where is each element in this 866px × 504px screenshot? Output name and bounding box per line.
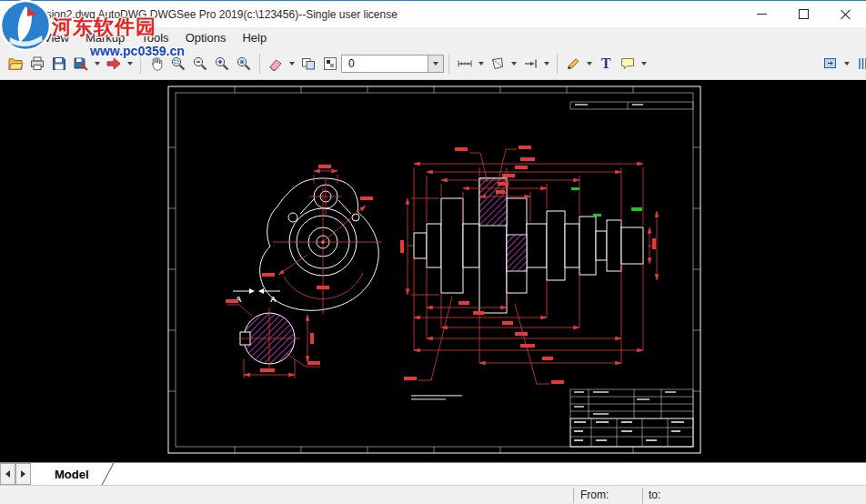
drawing-canvas[interactable]: A A (0, 80, 866, 462)
zoom-out-icon[interactable] (189, 53, 211, 75)
save-icon[interactable] (48, 53, 70, 75)
next-arrow-icon (21, 470, 25, 478)
print-icon[interactable] (26, 53, 48, 75)
menu-markup[interactable]: Markup (77, 29, 133, 46)
menu-file[interactable]: File (0, 29, 35, 46)
app-icon (8, 6, 25, 23)
window-view-caret[interactable] (844, 62, 850, 66)
text-tool-label: T (601, 55, 611, 72)
zoom-in-icon[interactable] (211, 53, 233, 75)
zoom-window-icon[interactable] (167, 53, 189, 75)
tab-prev-button[interactable] (0, 463, 15, 485)
open-folder-icon[interactable] (5, 53, 26, 75)
measure-area-caret[interactable] (511, 62, 517, 66)
section-label-a2: A (270, 295, 277, 304)
tab-model[interactable]: Model (31, 463, 95, 485)
close-button[interactable] (824, 1, 866, 27)
color-combobox-caret[interactable] (428, 55, 444, 73)
save-dropdown-caret[interactable] (95, 62, 100, 66)
comment-icon[interactable] (617, 53, 639, 75)
pen-dropdown-caret[interactable] (587, 62, 592, 66)
cad-drawing: A A (0, 80, 866, 462)
pan-hand-icon[interactable] (146, 53, 167, 75)
hatch-lines-icon[interactable] (852, 53, 866, 75)
comment-dropdown-caret[interactable] (641, 62, 647, 66)
layout-tabbar: Model (0, 462, 866, 485)
measure-length-caret[interactable] (478, 62, 484, 66)
statusbar-divider (642, 488, 643, 503)
close-icon (841, 9, 851, 19)
measure-length-icon[interactable] (454, 53, 476, 75)
save-markup-icon[interactable] (70, 53, 92, 75)
eraser-dropdown-caret[interactable] (289, 62, 295, 66)
minimize-button[interactable] (740, 1, 782, 27)
minimize-icon (757, 14, 767, 15)
measure-leader-caret[interactable] (544, 62, 549, 66)
toolbar-separator (140, 54, 141, 74)
measure-area-icon[interactable] (487, 53, 509, 75)
measure-leader-icon[interactable] (519, 53, 541, 75)
forward-arrow-icon[interactable] (103, 53, 125, 75)
color-swatch[interactable] (319, 53, 341, 75)
statusbar-divider (573, 488, 574, 503)
prev-arrow-icon (5, 470, 10, 478)
maximize-button[interactable] (782, 1, 824, 27)
toolbar-separator (448, 54, 449, 74)
menu-help[interactable]: Help (234, 29, 275, 46)
toolbar-separator (557, 54, 558, 74)
toolbar-separator (259, 54, 260, 74)
zoom-extents-icon[interactable] (233, 53, 255, 75)
caret-icon (433, 62, 438, 66)
menubar: File View Markup Tools Options Help (0, 27, 866, 47)
maximize-icon (799, 9, 809, 19)
statusbar: From: to: (0, 485, 866, 504)
eraser-icon[interactable] (265, 53, 287, 75)
forward-dropdown-caret[interactable] (127, 62, 133, 66)
color-combobox[interactable]: 0 (341, 55, 428, 73)
text-tool-icon[interactable]: T (595, 53, 617, 75)
titlebar: version2.dwg AutoDWG DWGSee Pro 2019(c:\… (0, 0, 866, 27)
tab-next-button[interactable] (15, 463, 31, 485)
toolbar: 0 T (0, 47, 866, 80)
compare-icon[interactable] (297, 53, 319, 75)
menu-tools[interactable]: Tools (133, 29, 176, 46)
menu-options[interactable]: Options (177, 29, 235, 46)
window-title: version2.dwg AutoDWG DWGSee Pro 2019(c:\… (31, 8, 398, 21)
pen-icon[interactable] (562, 53, 584, 75)
menu-view[interactable]: View (35, 29, 77, 46)
status-from-label: From: (580, 489, 609, 501)
status-to-label: to: (649, 489, 660, 501)
window-view-icon[interactable] (820, 53, 841, 75)
